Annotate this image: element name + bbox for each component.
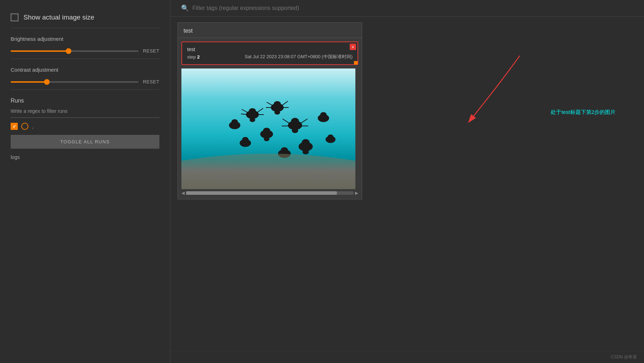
run-checkbox-checked[interactable] [11,123,18,130]
panel-header: test [178,23,362,38]
contrast-slider-row: RESET [11,78,159,86]
svg-point-23 [263,128,270,133]
search-icon: 🔍 [181,4,189,12]
contrast-fill [11,81,47,83]
filter-runs-label: Write a regex to filter runs [11,108,159,114]
svg-point-26 [302,139,310,145]
card-step-row: step 2 Sat Jul 22 2023 23:08:07 GMT+0800… [187,54,353,60]
scroll-left-arrow[interactable]: ◀ [181,191,185,196]
svg-point-10 [274,110,280,115]
svg-point-37 [328,134,333,139]
ant-image [181,68,355,189]
card-run-name: test [187,46,353,52]
annotation-arrow-svg [438,52,530,123]
runs-title: Runs [11,98,159,104]
annotation-text: 处于test标题下第2步的图片 [551,109,616,115]
scrollbar-thumb[interactable] [186,191,337,195]
scroll-right-arrow[interactable]: ▶ [355,191,358,196]
card-close-badge[interactable] [350,44,356,50]
svg-point-31 [281,147,288,153]
logs-label: logs [11,154,159,160]
brightness-thumb[interactable] [66,48,71,54]
panel-title: test [184,28,193,34]
main-content: 🔍 test test step 2 [170,0,644,363]
svg-point-16 [291,118,299,124]
filter-tags-input[interactable] [192,5,633,11]
filter-bar: 🔍 [170,0,644,17]
contrast-reset-button[interactable]: RESET [143,78,159,86]
svg-point-3 [250,118,255,122]
footer-label: CSDN @希冀 [611,354,637,359]
scrollbar-track [186,191,354,195]
contrast-title: Contrast adjustment [11,67,159,73]
svg-point-2 [249,108,256,114]
brightness-fill [11,50,68,52]
svg-point-35 [320,112,327,117]
svg-point-27 [302,149,309,154]
image-container: ◀ ▶ [181,68,358,196]
contrast-thumb[interactable] [44,79,50,85]
brightness-title: Brightness adjustment [11,36,159,42]
card-timestamp: Sat Jul 22 2023 23:08:07 GMT+0800 (中国标准时… [245,54,353,60]
brightness-reset-button[interactable]: RESET [143,47,159,55]
footer: CSDN @希冀 [170,351,644,363]
show-actual-size-label: Show actual image size [23,13,94,21]
svg-point-33 [231,119,238,124]
svg-point-29 [242,137,249,142]
run-dot-label: . [32,123,33,130]
annotation-area: 处于test标题下第2步的图片 [551,109,616,116]
svg-point-9 [274,101,281,107]
runs-items-row: . [11,123,159,130]
brightness-track [11,50,138,52]
contrast-section: Contrast adjustment RESET [11,59,159,90]
horizontal-scrollbar[interactable]: ◀ ▶ [181,191,358,196]
sidebar: Show actual image size Brightness adjust… [0,0,170,363]
show-actual-size-checkbox[interactable] [11,13,18,21]
ant-image-svg [181,68,355,189]
svg-point-24 [264,137,269,141]
brightness-slider-row: RESET [11,47,159,55]
card-step-label: step 2 [187,54,200,60]
brightness-section: Brightness adjustment RESET [11,28,159,59]
toggle-all-runs-button[interactable]: TOGGLE ALL RUNS [11,135,159,149]
run-radio-unchecked[interactable] [21,123,28,130]
app-layout: Show actual image size Brightness adjust… [0,0,644,363]
image-card: test step 2 Sat Jul 22 2023 23:08:07 GMT… [181,42,358,65]
card-orange-dot [354,61,358,65]
content-area: test test step 2 Sat Jul 22 2023 23:08:0… [170,17,644,351]
runs-section: Runs Write a regex to filter runs . TOGG… [11,90,159,164]
svg-point-17 [292,128,298,133]
image-panel: test test step 2 Sat Jul 22 2023 23:08:0… [178,22,362,199]
contrast-track [11,81,138,83]
show-actual-size-row[interactable]: Show actual image size [11,7,159,28]
